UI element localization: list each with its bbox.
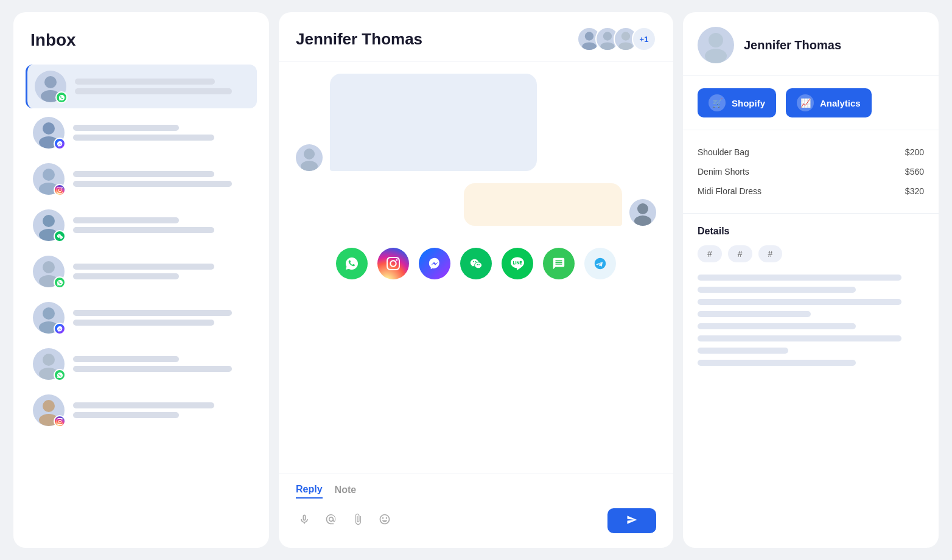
detail-line (698, 311, 811, 317)
product-name: Midi Floral Dress (698, 186, 761, 196)
svg-point-16 (585, 32, 593, 40)
detail-line (698, 299, 901, 305)
platform-badge-instagram (54, 415, 66, 427)
svg-point-10 (43, 307, 55, 320)
inbox-text-lines (73, 402, 250, 418)
avatar-wrap (33, 302, 65, 334)
analytics-btn[interactable]: 📈 Analytics (786, 88, 872, 117)
svg-point-6 (43, 215, 55, 227)
message-row-incoming (296, 74, 656, 171)
tag-pill[interactable]: # (698, 245, 722, 262)
details-title: Details (698, 226, 924, 237)
inbox-text-lines (73, 171, 250, 187)
message-content (330, 74, 537, 171)
note-tab[interactable]: Note (335, 484, 357, 499)
text-line (73, 227, 214, 233)
shopify-icon: 🛒 (709, 94, 726, 111)
svg-point-12 (43, 354, 55, 366)
detail-line (698, 360, 856, 366)
product-price: $320 (905, 186, 924, 196)
text-line (75, 88, 232, 94)
text-line (73, 320, 214, 326)
avatar-wrap (33, 348, 65, 380)
mic-btn[interactable] (296, 511, 313, 531)
reply-tab[interactable]: Reply (296, 484, 323, 499)
svg-point-0 (44, 76, 57, 88)
emoji-btn[interactable] (376, 511, 393, 531)
svg-point-23 (301, 161, 318, 171)
product-price: $200 (905, 147, 924, 157)
contact-name: Jennifer Thomas (744, 38, 841, 52)
avatar-wrap (33, 117, 65, 149)
chat-header: Jennifer Thomas +1 (279, 12, 673, 61)
channel-whatsapp-btn[interactable] (336, 248, 368, 279)
inbox-item[interactable] (26, 342, 257, 386)
inbox-text-lines (73, 217, 250, 233)
inbox-list (26, 65, 257, 432)
svg-point-21 (618, 42, 632, 50)
text-line (73, 264, 214, 270)
text-line (73, 412, 179, 418)
svg-point-17 (582, 42, 596, 50)
platform-badge-instagram (54, 184, 66, 196)
channel-messenger-btn[interactable] (419, 248, 450, 279)
text-line (73, 181, 232, 187)
inbox-text-lines (73, 310, 250, 326)
right-tools: 🛒 Shopify 📈 Analytics (683, 76, 939, 130)
attach-btn[interactable] (349, 511, 366, 531)
svg-point-14 (43, 400, 55, 412)
chat-footer: Reply Note (279, 474, 673, 548)
inbox-title: Inbox (26, 30, 257, 50)
detail-line (698, 323, 856, 329)
right-panel: Jennifer Thomas 🛒 Shopify 📈 Analytics Sh… (683, 12, 939, 548)
message-row-outgoing (296, 183, 656, 226)
inbox-item[interactable] (26, 250, 257, 293)
svg-point-19 (600, 42, 614, 50)
detail-lines (698, 275, 924, 366)
products-section: Shoulder Bag $200 Denim Shorts $560 Midi… (683, 130, 939, 214)
svg-point-2 (43, 122, 55, 135)
platform-badge-wechat (54, 230, 66, 242)
svg-point-24 (637, 203, 648, 214)
message-bubble-outgoing (464, 183, 622, 226)
avatar-wrap (33, 256, 65, 287)
message-avatar (296, 144, 323, 171)
analytics-label: Analytics (820, 98, 861, 108)
svg-point-4 (43, 169, 55, 181)
inbox-item[interactable] (26, 65, 257, 108)
reply-actions (296, 508, 656, 533)
avatar-wrap (35, 71, 66, 102)
inbox-item[interactable] (26, 111, 257, 155)
inbox-item[interactable] (26, 157, 257, 201)
text-line (73, 135, 214, 141)
inbox-item[interactable] (26, 296, 257, 340)
tag-pill[interactable]: # (728, 245, 752, 262)
svg-point-18 (603, 32, 612, 40)
tags-row: # # # (698, 245, 924, 262)
product-price: $560 (905, 167, 924, 177)
tag-pill[interactable]: # (758, 245, 783, 262)
text-line (73, 273, 179, 279)
channel-sms-btn[interactable] (543, 248, 575, 279)
shopify-btn[interactable]: 🛒 Shopify (698, 88, 776, 117)
channel-line-btn[interactable] (502, 248, 533, 279)
social-channels-row (296, 238, 656, 289)
platform-badge-messenger (54, 138, 66, 150)
message-content-out (464, 183, 622, 226)
text-line (73, 310, 232, 316)
platform-badge-whatsapp (55, 91, 68, 103)
channel-wechat-btn[interactable] (460, 248, 492, 279)
contact-avatar (698, 27, 734, 63)
channel-instagram-btn[interactable] (377, 248, 409, 279)
avatar-group: +1 (577, 27, 656, 51)
inbox-text-lines (75, 79, 250, 94)
inbox-text-lines (73, 125, 250, 141)
shopify-label: Shopify (732, 98, 765, 108)
send-button[interactable] (607, 508, 656, 533)
channel-telegram-btn[interactable] (584, 248, 616, 279)
svg-point-27 (705, 49, 727, 63)
inbox-item[interactable] (26, 203, 257, 247)
mention-btn[interactable] (323, 511, 340, 531)
inbox-item[interactable] (26, 388, 257, 432)
text-line (73, 217, 179, 223)
